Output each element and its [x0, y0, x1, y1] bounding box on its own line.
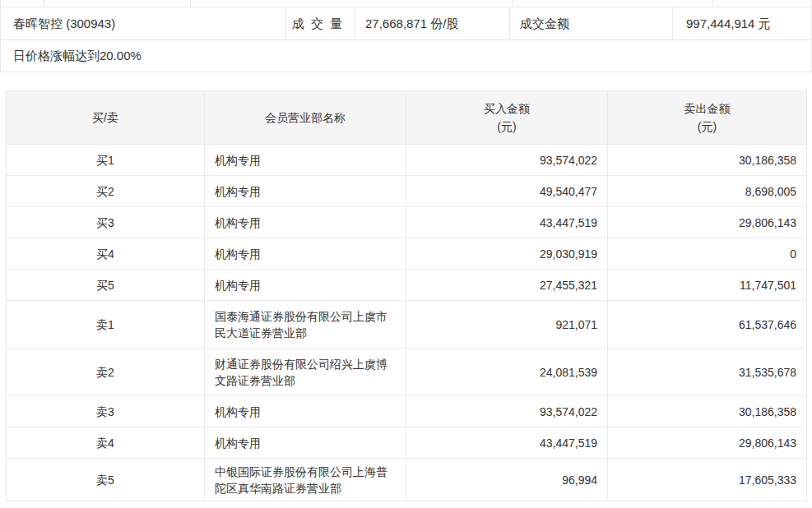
buy-amount-cell: 921,071: [406, 301, 608, 349]
volume-label-text: 成交量: [292, 7, 342, 39]
table-header: 买/卖 会员营业部名称 买入金额 (元) 卖出金额 (元): [7, 91, 807, 145]
page: 春晖智控 (300943) 成交量 27,668,871 份/股 成交金额 99…: [0, 0, 812, 508]
side-cell: 卖5: [7, 459, 205, 501]
buy-amount-cell: 24,081,539: [406, 349, 608, 396]
table-row: 买5 机构专用 27,455,321 11,747,501: [7, 270, 807, 301]
header-side: 买/卖: [7, 91, 205, 145]
sell-amount-cell: 29,806,143: [608, 427, 807, 459]
partial-row-divider: [190, 0, 191, 7]
side-cell: 卖4: [7, 427, 205, 459]
side-cell: 买1: [7, 145, 205, 176]
sell-amount-cell: 29,806,143: [608, 207, 807, 238]
branch-cell: 机构专用: [205, 396, 406, 427]
buy-amount-cell: 93,574,022: [406, 145, 608, 176]
side-cell: 卖2: [7, 349, 205, 396]
stock-info-row: 春晖智控 (300943) 成交量 27,668,871 份/股 成交金额 99…: [1, 7, 811, 40]
table-row: 卖3 机构专用 93,574,022 30,186,358: [7, 396, 807, 427]
buy-amount-cell: 27,455,321: [406, 270, 608, 301]
branch-cell: 机构专用: [205, 238, 406, 270]
sell-amount-cell: 8,698,005: [608, 176, 807, 207]
table-row: 买3 机构专用 43,447,519 29,806,143: [7, 207, 807, 238]
table-row: 卖2 财通证券股份有限公司绍兴上虞博文路证券营业部 24,081,539 31,…: [7, 349, 807, 396]
branch-cell: 国泰海通证券股份有限公司上虞市民大道证券营业部: [205, 301, 406, 349]
buy-amount-cell: 29,030,919: [406, 238, 608, 270]
header-buy-unit: (元): [416, 118, 597, 136]
stock-title: 春晖智控 (300943): [1, 7, 286, 39]
stock-info-panel: 春晖智控 (300943) 成交量 27,668,871 份/股 成交金额 99…: [0, 7, 812, 72]
partial-row-divider: [712, 0, 713, 7]
branch-cell: 财通证券股份有限公司绍兴上虞博文路证券营业部: [205, 349, 406, 396]
branch-cell: 机构专用: [205, 176, 406, 207]
side-cell: 买5: [7, 270, 205, 301]
header-buy-amount: 买入金额 (元): [406, 91, 608, 145]
side-cell: 卖1: [7, 301, 205, 349]
sell-amount-cell: 30,186,358: [608, 396, 807, 427]
partial-row-top: [0, 0, 812, 7]
branch-cell: 中银国际证券股份有限公司上海普陀区真华南路证券营业部: [205, 459, 406, 501]
side-cell: 买3: [7, 207, 205, 238]
sell-amount-cell: 0: [608, 238, 807, 270]
buy-amount-cell: 93,574,022: [406, 396, 608, 427]
table-row: 卖4 机构专用 43,447,519 29,806,143: [7, 427, 807, 459]
turnover-value: 997,444,914 元: [673, 7, 811, 39]
volume-value: 27,668,871 份/股: [355, 7, 510, 39]
table-row: 卖1 国泰海通证券股份有限公司上虞市民大道证券营业部 921,071 61,53…: [7, 301, 807, 349]
sell-amount-cell: 17,605,333: [608, 459, 807, 501]
table-row: 买4 机构专用 29,030,919 0: [7, 238, 807, 270]
turnover-label: 成交金额: [510, 7, 673, 39]
side-cell: 买4: [7, 238, 205, 270]
buy-amount-cell: 49,540,477: [406, 176, 608, 207]
header-branch: 会员营业部名称: [205, 91, 406, 145]
sell-amount-cell: 31,535,678: [608, 349, 807, 396]
buy-amount-cell: 96,994: [406, 459, 608, 501]
sell-amount-cell: 30,186,358: [608, 145, 807, 176]
header-sell-amount: 卖出金额 (元): [608, 91, 807, 145]
sell-amount-cell: 11,747,501: [608, 270, 807, 301]
buy-amount-cell: 43,447,519: [406, 207, 608, 238]
header-sell-title: 卖出金额: [618, 99, 796, 118]
partial-row-divider: [44, 0, 44, 7]
side-cell: 买2: [7, 176, 205, 207]
sell-amount-cell: 61,537,646: [608, 301, 807, 349]
lhb-table: 买/卖 会员营业部名称 买入金额 (元) 卖出金额 (元) 买1 机构专用 93…: [6, 90, 807, 501]
table-row: 买1 机构专用 93,574,022 30,186,358: [7, 145, 807, 176]
volume-label: 成交量: [286, 7, 355, 39]
branch-cell: 机构专用: [205, 427, 406, 459]
branch-cell: 机构专用: [205, 207, 406, 238]
header-row: 买/卖 会员营业部名称 买入金额 (元) 卖出金额 (元): [7, 91, 807, 145]
branch-cell: 机构专用: [205, 145, 406, 176]
header-buy-title: 买入金额: [416, 99, 597, 118]
table-row: 买2 机构专用 49,540,477 8,698,005: [7, 176, 807, 207]
table-row: 卖5 中银国际证券股份有限公司上海普陀区真华南路证券营业部 96,994 17,…: [7, 459, 807, 501]
branch-cell: 机构专用: [205, 270, 406, 301]
section-gap: [0, 72, 812, 90]
partial-row-divider: [513, 0, 513, 7]
buy-amount-cell: 43,447,519: [406, 427, 608, 459]
side-cell: 卖3: [7, 396, 205, 427]
price-limit-notice: 日价格涨幅达到20.00%: [1, 40, 811, 72]
header-sell-unit: (元): [618, 118, 796, 136]
